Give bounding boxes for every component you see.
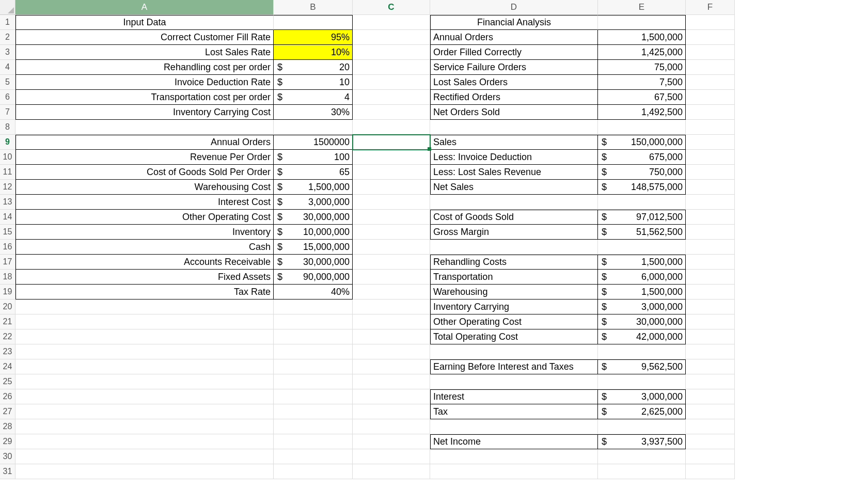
cell-C17[interactable] — [353, 255, 430, 270]
row-header-21[interactable]: 21 — [0, 314, 15, 329]
cell-E28[interactable] — [598, 419, 686, 434]
cell-B7[interactable]: 30% — [274, 105, 353, 120]
cell-F28[interactable] — [686, 419, 735, 434]
cell-A17[interactable]: Accounts Receivable — [15, 255, 274, 270]
cell-C6[interactable] — [353, 90, 430, 105]
cell-D25[interactable] — [430, 374, 598, 389]
cell-B4[interactable]: $20 — [274, 60, 353, 75]
row-header-27[interactable]: 27 — [0, 404, 15, 419]
cell-E14[interactable]: $97,012,500 — [598, 210, 686, 225]
cell-A29[interactable] — [15, 434, 274, 449]
cell-F6[interactable] — [686, 90, 735, 105]
cell-F29[interactable] — [686, 434, 735, 449]
row-header-20[interactable]: 20 — [0, 300, 15, 314]
cell-E31[interactable] — [598, 464, 686, 479]
row-header-18[interactable]: 18 — [0, 270, 15, 285]
col-header-B[interactable]: B — [274, 0, 353, 15]
cell-F19[interactable] — [686, 285, 735, 300]
cell-E12[interactable]: $148,575,000 — [598, 180, 686, 195]
cell-A4[interactable]: Rehandling cost per order — [15, 60, 274, 75]
cell-D21[interactable]: Other Operating Cost — [430, 314, 598, 329]
cell-A30[interactable] — [15, 449, 274, 464]
cell-D10[interactable]: Less: Invoice Deduction — [430, 150, 598, 165]
cell-E21[interactable]: $30,000,000 — [598, 314, 686, 329]
cell-F20[interactable] — [686, 300, 735, 314]
cell-C2[interactable] — [353, 30, 430, 45]
cell-B14[interactable]: $30,000,000 — [274, 210, 353, 225]
cell-D14[interactable]: Cost of Goods Sold — [430, 210, 598, 225]
cell-E30[interactable] — [598, 449, 686, 464]
cell-D22[interactable]: Total Operating Cost — [430, 329, 598, 344]
cell-F12[interactable] — [686, 180, 735, 195]
row-header-15[interactable]: 15 — [0, 225, 15, 240]
cell-F2[interactable] — [686, 30, 735, 45]
cell-E23[interactable] — [598, 344, 686, 359]
cell-B15[interactable]: $10,000,000 — [274, 225, 353, 240]
row-header-2[interactable]: 2 — [0, 30, 15, 45]
cell-D26[interactable]: Interest — [430, 389, 598, 404]
cell-F24[interactable] — [686, 359, 735, 374]
cell-B6[interactable]: $4 — [274, 90, 353, 105]
cell-B19[interactable]: 40% — [274, 285, 353, 300]
cell-A12[interactable]: Warehousing Cost — [15, 180, 274, 195]
cell-A15[interactable]: Inventory — [15, 225, 274, 240]
select-all-corner[interactable] — [0, 0, 15, 15]
cell-C21[interactable] — [353, 314, 430, 329]
cell-A13[interactable]: Interest Cost — [15, 195, 274, 210]
cell-C25[interactable] — [353, 374, 430, 389]
cell-C7[interactable] — [353, 105, 430, 120]
cell-A6[interactable]: Transportation cost per order — [15, 90, 274, 105]
cell-C22[interactable] — [353, 329, 430, 344]
cell-E2[interactable]: 1,500,000 — [598, 30, 686, 45]
cell-E5[interactable]: 7,500 — [598, 75, 686, 90]
cell-E11[interactable]: $750,000 — [598, 165, 686, 180]
cell-D23[interactable] — [430, 344, 598, 359]
cell-B18[interactable]: $90,000,000 — [274, 270, 353, 285]
cell-E25[interactable] — [598, 374, 686, 389]
cell-E22[interactable]: $42,000,000 — [598, 329, 686, 344]
col-header-C[interactable]: C — [353, 0, 430, 15]
row-header-3[interactable]: 3 — [0, 45, 15, 60]
cell-C24[interactable] — [353, 359, 430, 374]
col-header-A[interactable]: A — [15, 0, 274, 15]
cell-C29[interactable] — [353, 434, 430, 449]
col-header-D[interactable]: D — [430, 0, 598, 15]
cell-B1[interactable] — [274, 15, 353, 30]
cell-E4[interactable]: 75,000 — [598, 60, 686, 75]
cell-C26[interactable] — [353, 389, 430, 404]
cell-A28[interactable] — [15, 419, 274, 434]
cell-E13[interactable] — [598, 195, 686, 210]
cell-E16[interactable] — [598, 240, 686, 255]
cell-D28[interactable] — [430, 419, 598, 434]
cell-A11[interactable]: Cost of Goods Sold Per Order — [15, 165, 274, 180]
cell-F31[interactable] — [686, 464, 735, 479]
cell-B20[interactable] — [274, 300, 353, 314]
cell-A1[interactable]: Input Data — [15, 15, 274, 30]
cell-F21[interactable] — [686, 314, 735, 329]
row-header-30[interactable]: 30 — [0, 449, 15, 464]
cell-C13[interactable] — [353, 195, 430, 210]
cell-F16[interactable] — [686, 240, 735, 255]
row-header-5[interactable]: 5 — [0, 75, 15, 90]
row-header-16[interactable]: 16 — [0, 240, 15, 255]
col-header-E[interactable]: E — [598, 0, 686, 15]
cell-D16[interactable] — [430, 240, 598, 255]
cell-C12[interactable] — [353, 180, 430, 195]
cell-E15[interactable]: $51,562,500 — [598, 225, 686, 240]
cell-F13[interactable] — [686, 195, 735, 210]
cell-B22[interactable] — [274, 329, 353, 344]
cell-B21[interactable] — [274, 314, 353, 329]
cell-A18[interactable]: Fixed Assets — [15, 270, 274, 285]
cell-A21[interactable] — [15, 314, 274, 329]
cell-B9[interactable]: 1500000 — [274, 135, 353, 150]
cell-D29[interactable]: Net Income — [430, 434, 598, 449]
cell-E17[interactable]: $1,500,000 — [598, 255, 686, 270]
cell-A27[interactable] — [15, 404, 274, 419]
cell-F17[interactable] — [686, 255, 735, 270]
cell-F23[interactable] — [686, 344, 735, 359]
cell-C5[interactable] — [353, 75, 430, 90]
cell-A2[interactable]: Correct Customer Fill Rate — [15, 30, 274, 45]
cell-D17[interactable]: Rehandling Costs — [430, 255, 598, 270]
cell-E26[interactable]: $3,000,000 — [598, 389, 686, 404]
cell-B29[interactable] — [274, 434, 353, 449]
